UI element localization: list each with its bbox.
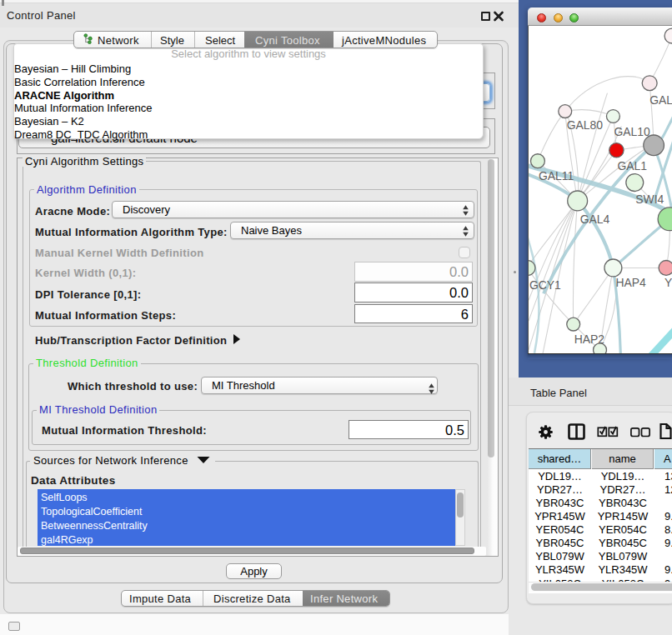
svg-text:HAP4: HAP4 xyxy=(615,276,646,289)
svg-text:GAL10: GAL10 xyxy=(614,125,650,138)
svg-text:GAL4: GAL4 xyxy=(580,212,610,226)
svg-text:GCY1: GCY1 xyxy=(529,278,561,292)
svg-text:HAP2: HAP2 xyxy=(574,332,605,346)
svg-text:GAL1: GAL1 xyxy=(617,159,647,172)
svg-text:GAL7: GAL7 xyxy=(649,93,672,107)
svg-text:GAL11: GAL11 xyxy=(539,169,574,182)
svg-text:GAL80: GAL80 xyxy=(567,118,604,132)
svg-text:YJ: YJ xyxy=(664,276,672,289)
svg-text:SWI4: SWI4 xyxy=(635,192,664,206)
